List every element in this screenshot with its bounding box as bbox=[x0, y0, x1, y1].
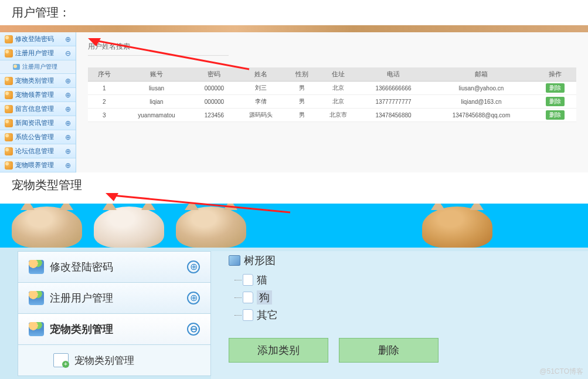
delete-row-button[interactable]: 删除 bbox=[546, 83, 565, 93]
table-cell: liqiand@163.cn bbox=[429, 95, 534, 109]
table-cell-op: 删除 bbox=[534, 82, 576, 95]
table-cell: 000000 bbox=[192, 95, 236, 109]
users-icon bbox=[5, 49, 13, 57]
table-cell: 男 bbox=[285, 82, 318, 95]
th-acct: 账号 bbox=[120, 67, 192, 82]
sidebar-1: 修改登陆密码⊕ 注册用户管理⊖ 注册用户管理 宠物类别管理⊕ 宠物领养管理⊕ 留… bbox=[0, 32, 76, 172]
users-icon bbox=[5, 77, 13, 85]
cat-image bbox=[12, 207, 82, 248]
table-cell-op: 删除 bbox=[534, 95, 576, 109]
expand-icon: ⊕ bbox=[65, 35, 71, 43]
tree-title: 树形图 bbox=[229, 253, 570, 268]
th-op: 操作 bbox=[534, 67, 576, 82]
table-cell: 源码码头 bbox=[236, 109, 285, 122]
users-icon bbox=[5, 133, 13, 141]
banner-image-1 bbox=[0, 25, 588, 32]
table-row: 3yuanmamatou123456源码码头男北京市13478456880134… bbox=[88, 109, 576, 122]
tree-node-cat[interactable]: 猫 bbox=[243, 271, 570, 289]
expand-icon: ⊕ bbox=[65, 147, 71, 155]
page-icon bbox=[243, 292, 253, 303]
users-icon bbox=[29, 291, 44, 305]
th-sex: 性别 bbox=[285, 67, 318, 82]
cat-image bbox=[176, 207, 246, 248]
th-pwd: 密码 bbox=[192, 67, 236, 82]
expand-icon: ⊕ bbox=[187, 260, 200, 273]
sidebar-item-message[interactable]: 留言信息管理⊕ bbox=[0, 102, 76, 116]
sidebar-item-change-pwd[interactable]: 修改登陆密码⊕ bbox=[0, 32, 76, 46]
button-row: 添加类别 删除 bbox=[229, 338, 570, 363]
sidebar2-subitem-pet-cat[interactable]: 宠物类别管理 bbox=[18, 344, 211, 376]
table-cell: 13478456880 bbox=[358, 109, 428, 122]
table-cell: 男 bbox=[285, 95, 318, 109]
heading-pet-type: 宠物类型管理 bbox=[0, 172, 588, 198]
sidebar-item-reg-user[interactable]: 注册用户管理⊖ bbox=[0, 46, 76, 60]
heading-user-mgmt: 用户管理： bbox=[0, 0, 588, 25]
sidebar2-item-pet-cat[interactable]: 宠物类别管理⊖ bbox=[18, 313, 211, 344]
search-label[interactable]: 用户姓名搜索 bbox=[88, 38, 229, 56]
sidebar-item-pet-cat[interactable]: 宠物类别管理⊕ bbox=[0, 74, 76, 88]
banner-image-2 bbox=[0, 204, 588, 248]
users-icon bbox=[29, 260, 44, 274]
add-category-button[interactable]: 添加类别 bbox=[229, 338, 328, 363]
users-icon bbox=[29, 322, 44, 336]
table-cell: 北京市 bbox=[318, 109, 359, 122]
table-cell: 13666666666 bbox=[358, 82, 428, 95]
users-icon bbox=[5, 105, 13, 113]
cat-image bbox=[422, 207, 492, 248]
table-cell: 北京 bbox=[318, 82, 359, 95]
users-icon bbox=[5, 35, 13, 43]
table-cell: 李倩 bbox=[236, 95, 285, 109]
th-addr: 住址 bbox=[318, 67, 359, 82]
sidebar-item-forum[interactable]: 论坛信息管理⊕ bbox=[0, 144, 76, 158]
expand-icon: ⊕ bbox=[65, 119, 71, 127]
sidebar-item-news[interactable]: 新闻资讯管理⊕ bbox=[0, 116, 76, 130]
sidebar-subitem-reg-user[interactable]: 注册用户管理 bbox=[0, 60, 76, 74]
users-icon bbox=[5, 147, 13, 155]
sidebar-item-announcement[interactable]: 系统公告管理⊕ bbox=[0, 130, 76, 144]
doc-icon bbox=[13, 64, 20, 70]
collapse-icon: ⊖ bbox=[65, 49, 71, 57]
table-cell: 男 bbox=[285, 109, 318, 122]
tree-node-other[interactable]: 其它 bbox=[243, 306, 570, 324]
delete-button[interactable]: 删除 bbox=[339, 338, 439, 363]
cat-image bbox=[94, 207, 164, 248]
sidebar2-item-change-pwd[interactable]: 修改登陆密码⊕ bbox=[18, 251, 211, 282]
table-cell: liusan bbox=[120, 82, 192, 95]
table-cell: 1 bbox=[88, 82, 120, 95]
page-icon bbox=[243, 274, 253, 286]
table-cell: 000000 bbox=[192, 82, 236, 95]
table-row: 2liqian000000李倩男北京13777777777liqiand@163… bbox=[88, 95, 576, 109]
table-cell: 123456 bbox=[192, 109, 236, 122]
tree: 猫 狗 其它 bbox=[229, 271, 570, 324]
table-header-row: 序号 账号 密码 姓名 性别 住址 电话 邮箱 操作 bbox=[88, 67, 576, 82]
th-name: 姓名 bbox=[236, 67, 285, 82]
users-icon bbox=[5, 161, 13, 170]
tree-icon bbox=[229, 255, 240, 266]
sidebar-item-pet-adopt[interactable]: 宠物领养管理⊕ bbox=[0, 88, 76, 102]
table-cell-op: 删除 bbox=[534, 109, 576, 122]
delete-row-button[interactable]: 删除 bbox=[546, 110, 565, 120]
delete-row-button[interactable]: 删除 bbox=[546, 97, 565, 106]
table-cell: yuanmamatou bbox=[120, 109, 192, 122]
th-seq: 序号 bbox=[88, 67, 120, 82]
expand-icon: ⊕ bbox=[65, 133, 71, 141]
section-pet-type: 修改登陆密码⊕ 注册用户管理⊕ 宠物类别管理⊖ 宠物类别管理 树形图 猫 狗 其… bbox=[0, 204, 588, 379]
table-cell: 刘三 bbox=[236, 82, 285, 95]
doc-add-icon bbox=[53, 353, 69, 367]
content-area-1: 用户姓名搜索 序号 账号 密码 姓名 性别 住址 电话 邮箱 操作 1liusa… bbox=[76, 32, 588, 172]
users-icon bbox=[5, 119, 13, 127]
sidebar2-item-reg-user[interactable]: 注册用户管理⊕ bbox=[18, 282, 211, 313]
watermark: @51CTO博客 bbox=[539, 367, 583, 377]
table-cell: liusan@yahoo.cn bbox=[429, 82, 534, 95]
sidebar-item-pet-feed[interactable]: 宠物喂养管理⊕ bbox=[0, 158, 76, 172]
table-cell: 2 bbox=[88, 95, 120, 109]
expand-icon: ⊕ bbox=[65, 161, 71, 170]
table-cell: 1347845688@qq.com bbox=[429, 109, 534, 122]
table-row: 1liusan000000刘三男北京13666666666liusan@yaho… bbox=[88, 82, 576, 95]
content-area-2: 树形图 猫 狗 其它 添加类别 删除 bbox=[211, 251, 588, 379]
section-user-mgmt: 修改登陆密码⊕ 注册用户管理⊖ 注册用户管理 宠物类别管理⊕ 宠物领养管理⊕ 留… bbox=[0, 25, 588, 172]
table-cell: liqian bbox=[120, 95, 192, 109]
expand-icon: ⊕ bbox=[65, 91, 71, 99]
sidebar-2: 修改登陆密码⊕ 注册用户管理⊕ 宠物类别管理⊖ 宠物类别管理 bbox=[18, 251, 211, 379]
tree-node-dog[interactable]: 狗 bbox=[243, 289, 570, 306]
